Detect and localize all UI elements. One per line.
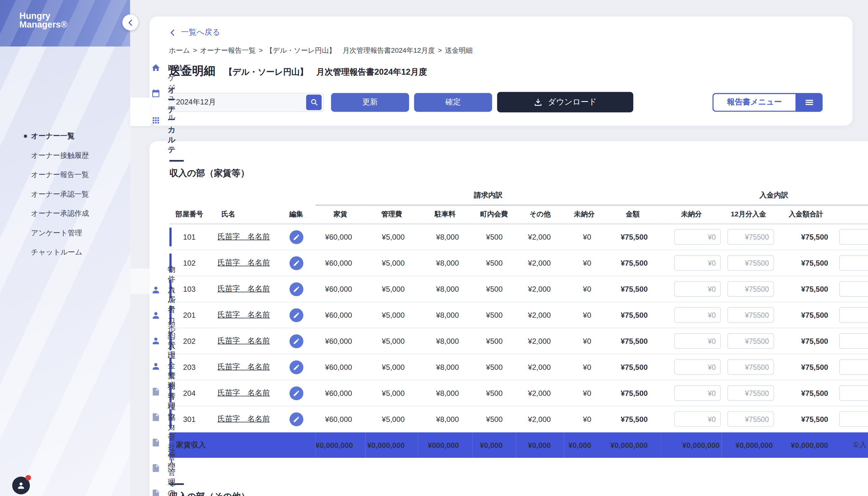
table-row: 101氏苗字 名名前¥60,000¥5,000¥8,000¥500¥2,000¥… (169, 224, 868, 250)
income-section-title: 収入の部（家賃等） (169, 168, 868, 180)
footer-label: 家賃収入 (169, 432, 315, 458)
sidebar-item[interactable]: 各種マップ (130, 396, 151, 421)
tenant-name-link[interactable]: 氏苗字 名名前 (218, 284, 270, 293)
breadcrumb-separator: > (257, 46, 264, 54)
sidebar-item[interactable]: チャットルーム (0, 243, 130, 262)
extra-cell (837, 224, 868, 250)
user-avatar[interactable] (12, 477, 30, 494)
breadcrumb-item[interactable]: ホーム (169, 46, 190, 54)
extra-input[interactable] (839, 412, 868, 427)
sidebar-item[interactable]: オーナー承認作成 (0, 204, 130, 223)
deposit-month-input[interactable] (728, 307, 774, 323)
date-input[interactable] (169, 97, 306, 107)
search-button[interactable] (306, 94, 322, 110)
deposit-month-cell (722, 406, 775, 432)
deposit-month-input[interactable] (728, 359, 774, 375)
tenant-name-link[interactable]: 氏苗字 名名前 (218, 415, 270, 423)
name-cell: 氏苗字 名名前 (209, 354, 277, 380)
rent-cell: ¥60,000 (315, 276, 366, 302)
edit-button[interactable] (289, 334, 303, 348)
footer-deposit-total: ¥0,000,000 (775, 432, 837, 458)
deposit-month-input[interactable] (728, 281, 774, 297)
deposit-month-cell (722, 380, 775, 406)
edit-button[interactable] (289, 256, 303, 270)
deposit-unpaid-input[interactable] (674, 281, 721, 297)
deposit-unpaid-input[interactable] (674, 307, 721, 323)
sidebar-item[interactable]: スケジュール (130, 72, 151, 97)
report-menu-button[interactable]: 報告書メニュー (712, 93, 822, 112)
edit-button[interactable] (289, 282, 303, 296)
breadcrumb-item[interactable]: オーナー報告一覧 (200, 46, 256, 54)
sidebar-item[interactable]: 入居者カルテ (130, 294, 151, 319)
sidebar-item[interactable]: アンケート管理 (0, 223, 130, 243)
edit-button[interactable] (289, 308, 303, 322)
back-link[interactable]: 一覧へ戻る (169, 28, 220, 37)
sidebar-item[interactable]: その他 (130, 472, 151, 496)
extra-input[interactable] (839, 333, 868, 349)
sidebar-item[interactable]: 物件カルテ (130, 268, 151, 294)
sidebar-item[interactable]: オーナー一覧 (0, 126, 130, 146)
deposit-unpaid-input[interactable] (674, 229, 721, 245)
management-fee-cell: ¥5,000 (366, 276, 418, 302)
download-button[interactable]: ダウンロード (497, 92, 633, 112)
edit-button[interactable] (289, 386, 303, 400)
sidebar-item[interactable]: 業務管理 (130, 370, 151, 396)
edit-button[interactable] (289, 412, 303, 426)
sidebar-collapse-button[interactable] (122, 14, 139, 30)
sidebar-item[interactable]: オーナー承認一覧 (0, 184, 130, 204)
extra-cell (837, 380, 868, 406)
sidebar-item[interactable]: HOME (130, 46, 151, 72)
sidebar-item[interactable]: 入出金管理 (130, 345, 151, 370)
breadcrumb-item[interactable]: 【デル・ソーレ円山】 月次管理報告書2024年12月度 (266, 46, 435, 54)
edit-button[interactable] (289, 230, 303, 244)
update-button[interactable]: 更新 (331, 93, 409, 112)
sidebar-item[interactable]: 協力会社管理 (130, 421, 151, 447)
deposit-unpaid-cell (661, 276, 722, 302)
footer-management: ¥0,000,000 (366, 432, 418, 458)
tenant-name-link[interactable]: 氏苗字 名名前 (218, 363, 270, 371)
management-fee-cell: ¥5,000 (366, 380, 418, 406)
deposit-month-input[interactable] (728, 333, 774, 349)
confirm-button[interactable]: 確定 (414, 93, 492, 112)
parking-fee-cell: ¥8,000 (418, 276, 472, 302)
sidebar-item-label: オーナー接触履歴 (31, 150, 89, 160)
hamburger-menu-icon[interactable] (795, 93, 823, 112)
deposit-total-cell: ¥75,500 (775, 302, 837, 328)
sidebar-item[interactable]: 法人管理 (130, 447, 151, 472)
deposit-unpaid-cell (661, 224, 722, 250)
amount-cell: ¥75,500 (604, 354, 661, 380)
extra-input[interactable] (839, 307, 868, 323)
extra-input[interactable] (839, 255, 868, 270)
deposit-month-input[interactable] (728, 229, 774, 245)
tenant-name-link[interactable]: 氏苗字 名名前 (218, 259, 270, 267)
sidebar-item[interactable]: オーナー接触履歴 (0, 146, 130, 165)
sidebar-item[interactable]: オーナー報告一覧 (0, 165, 130, 184)
sidebar-item[interactable]: オーナーカルテ (130, 97, 151, 126)
deposit-unpaid-input[interactable] (674, 385, 721, 401)
extra-input[interactable] (839, 281, 868, 297)
tenant-name-link[interactable]: 氏苗字 名名前 (218, 389, 270, 397)
deposit-unpaid-input[interactable] (674, 359, 721, 375)
tenant-name-link[interactable]: 氏苗字 名名前 (218, 311, 270, 319)
extra-input[interactable] (839, 229, 868, 245)
name-cell: 氏苗字 名名前 (209, 276, 277, 302)
association-fee-cell: ¥500 (472, 380, 516, 406)
deposit-month-input[interactable] (728, 385, 774, 401)
deposit-unpaid-input[interactable] (674, 333, 721, 349)
column-header: 駐車料 (418, 205, 472, 224)
download-icon (533, 98, 542, 107)
column-header: 家賃 (315, 205, 366, 224)
extra-input[interactable] (839, 359, 868, 375)
deposit-month-input[interactable] (728, 255, 774, 270)
parking-fee-cell: ¥8,000 (418, 380, 472, 406)
parking-fee-cell: ¥8,000 (418, 354, 472, 380)
tenant-name-link[interactable]: 氏苗字 名名前 (218, 232, 270, 241)
sidebar-item[interactable]: 契約管理 (130, 319, 151, 345)
extra-input[interactable] (839, 385, 868, 401)
deposit-unpaid-input[interactable] (674, 255, 721, 270)
tenant-name-link[interactable]: 氏苗字 名名前 (218, 337, 270, 345)
edit-button[interactable] (289, 360, 303, 374)
deposit-month-input[interactable] (728, 412, 774, 427)
deposit-unpaid-input[interactable] (674, 412, 721, 427)
table-row: 203氏苗字 名名前¥60,000¥5,000¥8,000¥500¥2,000¥… (169, 354, 868, 380)
